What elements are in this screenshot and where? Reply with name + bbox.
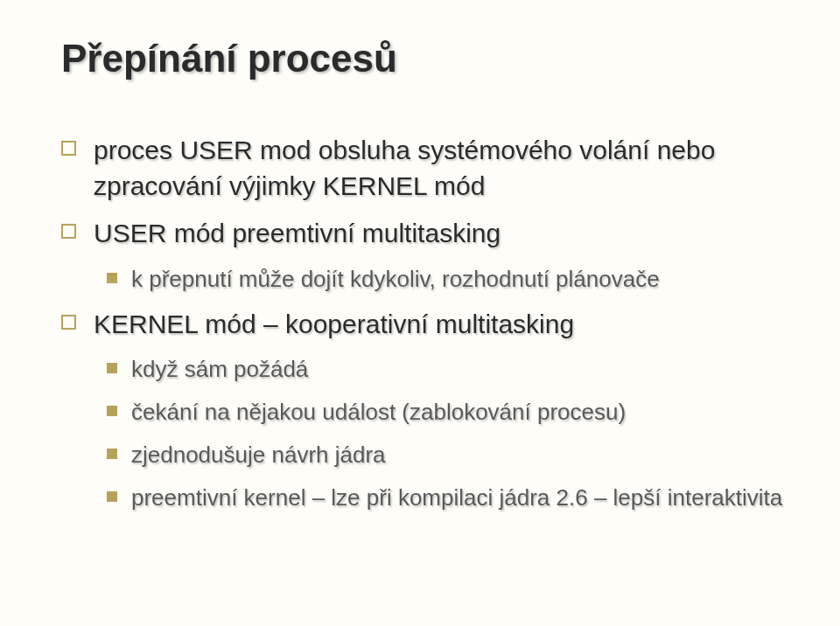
bullet-text: KERNEL mód – kooperativní multitasking [94,307,574,343]
bullet-level1: KERNEL mód – kooperativní multitasking [61,307,788,343]
bullet-level2: k přepnutí může dojít kdykoliv, rozhodnu… [107,264,788,295]
filled-square-icon [107,273,117,283]
hollow-square-icon [61,315,76,330]
bullet-level2: když sám požádá [107,354,788,385]
bullet-text: čekání na nějakou událost (zablokování p… [131,397,626,428]
bullet-level2: čekání na nějakou událost (zablokování p… [107,397,788,428]
filled-square-icon [107,449,117,459]
slide-title: Přepínání procesů [61,37,788,80]
bullet-level1: proces USER mod obsluha systémového volá… [61,133,788,204]
bullet-text: USER mód preemtivní multitasking [94,216,500,252]
slide: Přepínání procesů proces USER mod obsluh… [0,0,840,626]
bullet-level2: preemtivní kernel – lze při kompilaci já… [107,483,788,513]
filled-square-icon [107,491,117,502]
bullet-level1: USER mód preemtivní multitasking [61,216,788,252]
hollow-square-icon [61,141,76,156]
hollow-square-icon [61,224,76,239]
filled-square-icon [107,363,117,373]
bullet-text: k přepnutí může dojít kdykoliv, rozhodnu… [131,264,660,295]
bullet-text: zjednodušuje návrh jádra [131,440,386,470]
filled-square-icon [107,406,117,416]
bullet-text: když sám požádá [131,354,308,385]
bullet-level2: zjednodušuje návrh jádra [107,440,788,470]
bullet-text: preemtivní kernel – lze při kompilaci já… [131,483,782,513]
bullet-text: proces USER mod obsluha systémového volá… [94,133,788,204]
